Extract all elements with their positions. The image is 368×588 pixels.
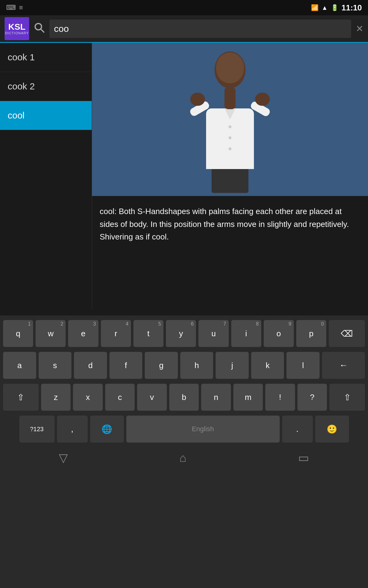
key-d[interactable]: d bbox=[74, 352, 107, 379]
key-dot[interactable]: . bbox=[282, 416, 313, 443]
nav-bar: ▽ ⌂ ▭ bbox=[3, 448, 365, 466]
svg-point-13 bbox=[228, 136, 232, 139]
key-k[interactable]: k bbox=[251, 352, 284, 379]
keyboard-area: q1 w2 e3 r4 t5 y6 u7 i8 o9 p0 ⌫ a s d f … bbox=[0, 315, 368, 588]
key-f[interactable]: f bbox=[109, 352, 143, 379]
keyboard-rows: q1 w2 e3 r4 t5 y6 u7 i8 o9 p0 ⌫ a s d f … bbox=[3, 320, 365, 445]
nav-recents-icon[interactable]: ▭ bbox=[298, 451, 309, 465]
keyboard-row-2: a s d f g h j k l ← bbox=[3, 352, 365, 379]
key-n[interactable]: n bbox=[201, 384, 231, 411]
key-w[interactable]: w2 bbox=[36, 320, 66, 347]
status-right: 📶 ▲ 🔋 11:10 bbox=[311, 3, 362, 13]
key-r[interactable]: r4 bbox=[101, 320, 131, 347]
key-z[interactable]: z bbox=[41, 384, 71, 411]
key-shift-left[interactable]: ⇧ bbox=[3, 384, 39, 411]
logo-text: KSL bbox=[8, 23, 25, 31]
nav-home-icon[interactable]: ⌂ bbox=[179, 451, 186, 465]
key-p[interactable]: p0 bbox=[296, 320, 326, 347]
time-display: 11:10 bbox=[342, 3, 362, 13]
svg-rect-16 bbox=[206, 156, 254, 169]
key-globe[interactable]: 🌐 bbox=[90, 416, 124, 443]
key-j[interactable]: j bbox=[216, 352, 249, 379]
main-content: cook 1 cook 2 cool bbox=[0, 43, 368, 309]
key-shift-right[interactable]: ⇧ bbox=[329, 384, 365, 411]
key-q[interactable]: q1 bbox=[3, 320, 33, 347]
key-smiley[interactable]: 🙂 bbox=[315, 416, 349, 443]
key-num-switch[interactable]: ?123 bbox=[19, 416, 55, 443]
keyboard-row-3: ⇧ z x c v b n m ! ? ⇧ bbox=[3, 384, 365, 411]
key-h[interactable]: h bbox=[180, 352, 213, 379]
key-backspace[interactable]: ⌫ bbox=[329, 320, 365, 347]
sidebar-item-cook2[interactable]: cook 2 bbox=[0, 72, 92, 101]
status-left: ⌨ ≡ bbox=[6, 4, 23, 12]
svg-point-11 bbox=[255, 92, 270, 106]
key-u[interactable]: u7 bbox=[198, 320, 228, 347]
clear-icon[interactable]: ✕ bbox=[356, 23, 363, 34]
key-m[interactable]: m bbox=[233, 384, 263, 411]
sidebar-item-cool[interactable]: cool bbox=[0, 101, 92, 130]
key-i[interactable]: i8 bbox=[231, 320, 261, 347]
key-x[interactable]: x bbox=[73, 384, 102, 411]
logo-subtitle: DICTIONARY bbox=[5, 31, 29, 35]
sign-video[interactable] bbox=[92, 43, 368, 196]
status-bar: ⌨ ≡ 📶 ▲ 🔋 11:10 bbox=[0, 0, 368, 15]
svg-rect-15 bbox=[212, 165, 248, 193]
key-y[interactable]: y6 bbox=[166, 320, 196, 347]
search-bar: KSL DICTIONARY ✕ bbox=[0, 15, 368, 43]
key-a[interactable]: a bbox=[3, 352, 36, 379]
sign-description: cool: Both S-Handshapes with palms facin… bbox=[92, 196, 368, 253]
ksl-logo[interactable]: KSL DICTIONARY bbox=[5, 17, 29, 40]
svg-point-14 bbox=[228, 147, 232, 150]
svg-line-1 bbox=[41, 29, 44, 32]
battery-icon: 🔋 bbox=[331, 4, 339, 11]
svg-point-12 bbox=[228, 125, 232, 128]
keyboard-status-icon: ⌨ bbox=[6, 4, 16, 12]
key-space[interactable]: English bbox=[126, 416, 280, 443]
key-l[interactable]: l bbox=[286, 352, 320, 379]
key-o[interactable]: o9 bbox=[264, 320, 294, 347]
search-input-wrap[interactable] bbox=[49, 20, 351, 38]
svg-point-9 bbox=[190, 92, 205, 106]
key-e[interactable]: e3 bbox=[68, 320, 98, 347]
svg-point-4 bbox=[216, 53, 244, 84]
key-exclaim[interactable]: ! bbox=[265, 384, 295, 411]
key-question[interactable]: ? bbox=[297, 384, 327, 411]
key-s[interactable]: s bbox=[39, 352, 72, 379]
sidebar: cook 1 cook 2 cool bbox=[0, 43, 92, 309]
key-enter[interactable]: ← bbox=[322, 352, 365, 379]
key-t[interactable]: t5 bbox=[133, 320, 163, 347]
wifi-icon: 📶 bbox=[311, 4, 319, 11]
nav-back-icon[interactable]: ▽ bbox=[59, 451, 68, 465]
key-comma[interactable]: , bbox=[57, 416, 88, 443]
signal-icon: ▲ bbox=[322, 4, 328, 11]
description-text: cool: Both S-Handshapes with palms facin… bbox=[100, 207, 349, 241]
key-g[interactable]: g bbox=[145, 352, 178, 379]
search-input[interactable] bbox=[54, 24, 347, 34]
content-panel: cool: Both S-Handshapes with palms facin… bbox=[92, 43, 368, 309]
svg-rect-7 bbox=[224, 87, 236, 109]
keyboard-row-1: q1 w2 e3 r4 t5 y6 u7 i8 o9 p0 ⌫ bbox=[3, 320, 365, 347]
space-label: English bbox=[192, 425, 214, 433]
key-c[interactable]: c bbox=[105, 384, 135, 411]
search-icon bbox=[34, 22, 45, 36]
sidebar-item-cook1[interactable]: cook 1 bbox=[0, 43, 92, 72]
key-b[interactable]: b bbox=[169, 384, 199, 411]
keyboard-row-4: ?123 , 🌐 English . 🙂 bbox=[3, 416, 365, 443]
key-v[interactable]: v bbox=[137, 384, 167, 411]
bars-status-icon: ≡ bbox=[19, 4, 23, 12]
